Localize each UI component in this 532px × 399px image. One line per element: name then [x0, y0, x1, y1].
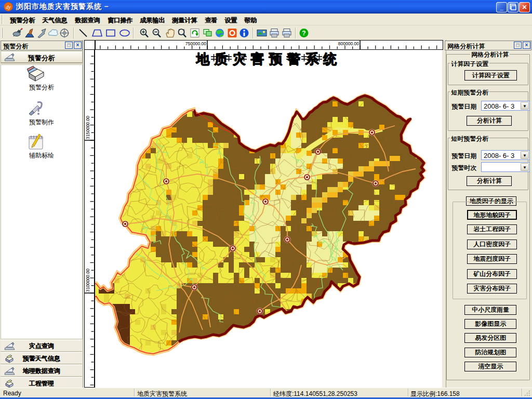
svg-text:dy: dy [6, 4, 11, 10]
svg-text:750000.00: 750000.00 [185, 41, 206, 46]
svg-text:800000.00: 800000.00 [338, 41, 359, 46]
svg-text:3150000.00: 3150000.00 [85, 116, 90, 139]
svg-text:?: ? [302, 30, 305, 37]
svg-text:3100000.00: 3100000.00 [85, 269, 90, 292]
